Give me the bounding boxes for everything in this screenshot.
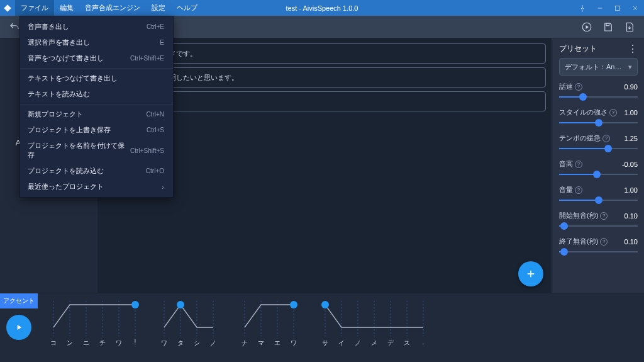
help-icon[interactable]: ?	[609, 109, 617, 116]
menu-settings[interactable]: 設定	[146, 0, 171, 16]
menu-item-label: 新規プロジェクト	[28, 110, 83, 119]
param-value: 1.00	[625, 109, 638, 116]
mora-label[interactable]: コ	[45, 339, 62, 348]
mora-label[interactable]: サ	[317, 339, 333, 348]
menu-item[interactable]: プロジェクトを読み込むCtrl+O	[20, 163, 173, 179]
help-icon[interactable]: ?	[575, 186, 582, 194]
preset-selected: デフォルト：An…	[565, 62, 621, 72]
mora-label[interactable]: !	[127, 339, 143, 348]
param-row: テンポの緩急 ?1.25	[559, 133, 638, 153]
pin-button[interactable]	[574, 0, 591, 16]
mora-label[interactable]: ワ	[156, 339, 172, 348]
menu-item[interactable]: プロジェクトを名前を付けて保存Ctrl+Shift+S	[20, 138, 173, 163]
param-value: 0.10	[625, 238, 638, 246]
mora-label[interactable]: ワ	[111, 339, 127, 348]
file-menu-dropdown: 音声書き出しCtrl+E選択音声を書き出しE音声をつなげて書き出しCtrl+Sh…	[19, 16, 174, 198]
param-row: 終了無音(秒) ?0.10	[559, 237, 638, 256]
menubar: ファイル 編集 音声合成エンジン 設定 ヘルプ	[15, 0, 203, 16]
param-slider[interactable]	[559, 144, 638, 153]
menu-item[interactable]: 音声をつなげて書き出しCtrl+Shift+E	[20, 50, 173, 66]
menu-item-label: プロジェクトを読み込む	[28, 166, 104, 176]
menu-shortcut: Ctrl+O	[146, 167, 164, 174]
mora-label[interactable]: チ	[94, 339, 111, 348]
menu-item[interactable]: 新規プロジェクトCtrl+N	[20, 106, 173, 122]
mora-label[interactable]: .	[415, 339, 431, 348]
chevron-down-icon: ▾	[628, 63, 632, 71]
menu-item[interactable]: 選択音声を書き出しE	[20, 35, 173, 50]
menu-help[interactable]: ヘルプ	[171, 0, 203, 16]
close-button[interactable]	[626, 0, 644, 16]
menu-item-label: テキストをつなげて書き出し	[28, 74, 118, 83]
param-value: -0.05	[622, 161, 638, 168]
param-slider[interactable]	[559, 196, 638, 205]
mora-label[interactable]: ナ	[236, 339, 253, 348]
param-label: 開始無音(秒)	[559, 211, 598, 220]
menu-item-label: プロジェクトを名前を付けて保存	[28, 141, 130, 160]
param-slider[interactable]	[559, 93, 638, 101]
mora-label[interactable]: ノ	[205, 339, 221, 348]
mora-label[interactable]: ノ	[350, 339, 366, 348]
preset-title: プリセット	[559, 43, 597, 54]
playall-button[interactable]	[577, 18, 596, 36]
param-value: 1.25	[625, 135, 638, 142]
help-icon[interactable]: ?	[575, 83, 582, 91]
param-label: 音量	[559, 185, 573, 195]
mora-label[interactable]: エ	[269, 339, 286, 348]
svg-point-17	[131, 301, 139, 308]
menu-edit[interactable]: 編集	[54, 0, 79, 16]
minimize-button[interactable]	[591, 0, 609, 16]
menu-file[interactable]: ファイル	[15, 0, 54, 16]
menu-shortcut: Ctrl+N	[146, 111, 164, 118]
mora-label[interactable]: シ	[189, 339, 205, 348]
mora-label[interactable]: ニ	[78, 339, 94, 348]
mora-label[interactable]: ン	[62, 339, 78, 348]
param-value: 0.10	[625, 212, 638, 220]
svg-rect-7	[606, 23, 609, 26]
param-slider[interactable]	[559, 247, 638, 256]
menu-shortcut: Ctrl+Shift+E	[130, 55, 164, 62]
preset-more-icon[interactable]: ⋮	[628, 44, 638, 54]
titlebar: ファイル 編集 音声合成エンジン 設定 ヘルプ test - AivisSpee…	[0, 0, 644, 16]
menu-item[interactable]: 最近使ったプロジェクト›	[20, 179, 173, 195]
mora-label[interactable]: イ	[333, 339, 350, 348]
chevron-right-icon: ›	[162, 183, 164, 191]
add-line-button[interactable]	[518, 261, 543, 286]
mora-label[interactable]: ワ	[286, 339, 302, 348]
param-slider[interactable]	[559, 222, 638, 230]
mora-label[interactable]: マ	[253, 339, 269, 348]
save-button[interactable]	[599, 18, 618, 36]
help-icon[interactable]: ?	[600, 238, 608, 246]
svg-marker-10	[18, 325, 21, 330]
text-line[interactable]: について説明したいと思います。	[129, 67, 546, 88]
param-value: 0.90	[625, 83, 638, 91]
tab-accent[interactable]: アクセント	[0, 293, 38, 308]
app-icon	[0, 0, 15, 16]
menu-item[interactable]: テキストをつなげて書き出し	[20, 71, 173, 86]
accent-graph[interactable]: コンニチワ!ワタシノナマエワサイノメデス.	[38, 293, 644, 362]
menu-item[interactable]: 音声書き出しCtrl+E	[20, 19, 173, 35]
menu-item[interactable]: テキストを読み込む	[20, 86, 173, 102]
export-button[interactable]	[620, 18, 639, 36]
help-icon[interactable]: ?	[575, 161, 582, 168]
menu-item-label: 最近使ったプロジェクト	[28, 182, 104, 191]
mora-label[interactable]: ス	[399, 339, 415, 348]
text-line[interactable]: 前はサイノメです。	[129, 43, 546, 64]
help-icon[interactable]: ?	[600, 212, 608, 220]
help-icon[interactable]: ?	[602, 135, 610, 142]
menu-separator	[20, 68, 173, 69]
param-slider[interactable]	[559, 170, 638, 179]
mora-label[interactable]: デ	[382, 339, 399, 348]
preset-select[interactable]: デフォルト：An… ▾	[559, 58, 638, 76]
menu-engine[interactable]: 音声合成エンジン	[79, 0, 146, 16]
menu-item-label: 選択音声を書き出し	[28, 38, 90, 47]
param-label: 音高	[559, 159, 573, 169]
play-button[interactable]	[6, 315, 31, 340]
param-slider[interactable]	[559, 118, 638, 127]
menu-shortcut: E	[160, 39, 164, 46]
maximize-button[interactable]	[609, 0, 626, 16]
menu-item[interactable]: プロジェクトを上書き保存Ctrl+S	[20, 122, 173, 138]
mora-label[interactable]: メ	[366, 339, 382, 348]
menu-item-label: 音声をつなげて書き出し	[28, 54, 104, 63]
text-line[interactable]	[129, 91, 546, 111]
mora-label[interactable]: タ	[172, 339, 189, 348]
